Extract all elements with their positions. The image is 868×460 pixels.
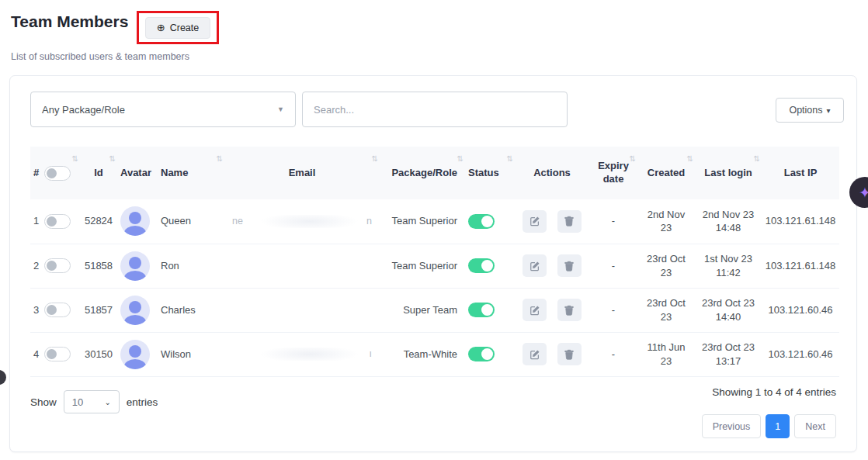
column-label-created: Created [648, 167, 685, 178]
sort-icon: ⇅ [72, 154, 78, 164]
delete-button[interactable] [557, 299, 582, 321]
edit-button[interactable] [523, 299, 547, 321]
row-number: 1 [33, 214, 39, 228]
row-select-toggle[interactable] [44, 258, 71, 273]
edit-button[interactable] [523, 343, 547, 365]
email-fragment-right: ı [370, 348, 372, 361]
delete-button[interactable] [557, 254, 582, 277]
entries-per-page-value: 10 [72, 396, 83, 408]
delete-button[interactable] [557, 210, 582, 233]
pagination: Previous 1 Next [702, 414, 836, 438]
column-label-name: Name [161, 167, 188, 178]
member-package-role: Team-White [380, 332, 465, 376]
member-package-role: Team Superior [380, 199, 465, 244]
last-ip: 103.121.60.46 [762, 332, 839, 376]
column-label-last-ip: Last IP [784, 167, 818, 178]
column-header-id[interactable]: Id ⇅ [80, 147, 117, 199]
column-header-created[interactable]: Created ⇅ [637, 147, 695, 199]
column-header-actions: Actions [515, 147, 589, 199]
sort-icon: ⇅ [630, 154, 636, 164]
entries-per-page-select[interactable]: 10 ⌄ [64, 390, 120, 413]
last-ip: 103.121.61.148 [762, 199, 839, 244]
member-name: Charles [158, 288, 224, 332]
member-name: Ron [158, 244, 224, 288]
column-header-expiry-date[interactable]: Expiry date ⇅ [589, 147, 637, 199]
actions-cell [515, 244, 589, 288]
trash-icon [564, 349, 575, 360]
create-button-highlight-box: ⊕ Create [137, 11, 219, 44]
edit-button[interactable] [523, 254, 547, 277]
avatar [120, 251, 150, 281]
member-id: 51858 [80, 244, 117, 288]
last-ip: 103.121.60.46 [762, 288, 839, 332]
create-button[interactable]: ⊕ Create [145, 17, 210, 39]
column-header-status[interactable]: Status ⇅ [465, 147, 515, 199]
row-number: 4 [33, 348, 39, 361]
left-edge-widget[interactable] [0, 370, 6, 385]
table-row: 1 52824 Queen ne n Team Superior [30, 199, 839, 244]
row-number: 2 [33, 259, 39, 273]
avatar [120, 296, 150, 325]
status-toggle[interactable] [468, 303, 495, 317]
member-package-role: Team Superior [380, 244, 465, 288]
edit-button[interactable] [523, 210, 547, 233]
status-toggle[interactable] [468, 214, 495, 229]
row-select-toggle[interactable] [44, 214, 71, 229]
show-entries-control: Show 10 ⌄ entries [30, 390, 158, 413]
member-email-redacted [224, 288, 380, 332]
member-name: Queen [158, 199, 224, 244]
options-button[interactable]: Options ▾ [776, 98, 844, 123]
pagination-next-button[interactable]: Next [794, 414, 836, 438]
column-header-name[interactable]: Name ⇅ [158, 147, 224, 199]
column-header-email[interactable]: Email ⇅ [224, 147, 380, 199]
sort-icon: ⇅ [754, 154, 760, 164]
table-header-row: # ⇅ Id ⇅ Avatar Name [30, 147, 839, 199]
member-email-redacted [224, 244, 380, 288]
column-label-actions: Actions [533, 167, 571, 178]
actions-cell [515, 288, 589, 332]
column-label-num: # [33, 167, 39, 180]
column-label-expiry-date: Expiry date [598, 160, 629, 185]
table-row: 2 51858 Ron Team Superior [30, 244, 839, 288]
expiry-date: - [589, 244, 637, 288]
select-caret-icon: ▼ [277, 105, 284, 113]
avatar [120, 206, 150, 236]
last-login: 23rd Oct 23 13:17 [695, 332, 762, 376]
row-select-toggle[interactable] [44, 347, 71, 361]
page-subtitle: List of subscribed users & team members [11, 51, 189, 62]
column-header-num[interactable]: # ⇅ [30, 147, 80, 199]
avatar-cell [117, 199, 158, 244]
row-select-toggle[interactable] [44, 303, 71, 317]
search-input[interactable] [302, 92, 568, 127]
pagination-previous-button[interactable]: Previous [702, 414, 762, 438]
status-cell [465, 332, 515, 376]
row-number-cell: 3 [30, 288, 80, 332]
column-label-id: Id [94, 167, 103, 178]
pagination-page-1-button[interactable]: 1 [766, 414, 790, 438]
chevron-down-icon: ⌄ [104, 398, 110, 406]
row-number-cell: 1 [30, 199, 80, 244]
plus-circle-icon: ⊕ [157, 22, 165, 33]
email-fragment-left: ne [232, 215, 243, 228]
expiry-date: - [589, 199, 637, 244]
delete-button[interactable] [557, 343, 582, 365]
select-all-toggle[interactable] [44, 166, 71, 181]
column-header-package-role[interactable]: Package/Role ⇅ [380, 147, 465, 199]
avatar-cell [117, 288, 158, 332]
status-toggle[interactable] [468, 347, 495, 361]
status-cell [465, 199, 515, 244]
column-header-avatar: Avatar [117, 147, 158, 199]
actions-cell [515, 332, 589, 376]
edit-pencil-icon [529, 216, 540, 227]
member-id: 51857 [80, 288, 117, 332]
column-header-last-login[interactable]: Last login ⇅ [695, 147, 762, 199]
column-header-last-ip[interactable]: Last IP [762, 147, 839, 199]
entries-label: entries [127, 396, 158, 408]
sort-icon: ⇅ [687, 154, 693, 164]
column-label-last-login: Last login [704, 167, 752, 178]
created-date: 11th Jun 23 [637, 332, 695, 376]
package-role-select[interactable]: Any Package/Role ▼ [30, 92, 296, 127]
trash-icon [564, 216, 575, 227]
status-toggle[interactable] [468, 258, 495, 273]
column-label-avatar: Avatar [120, 167, 151, 178]
